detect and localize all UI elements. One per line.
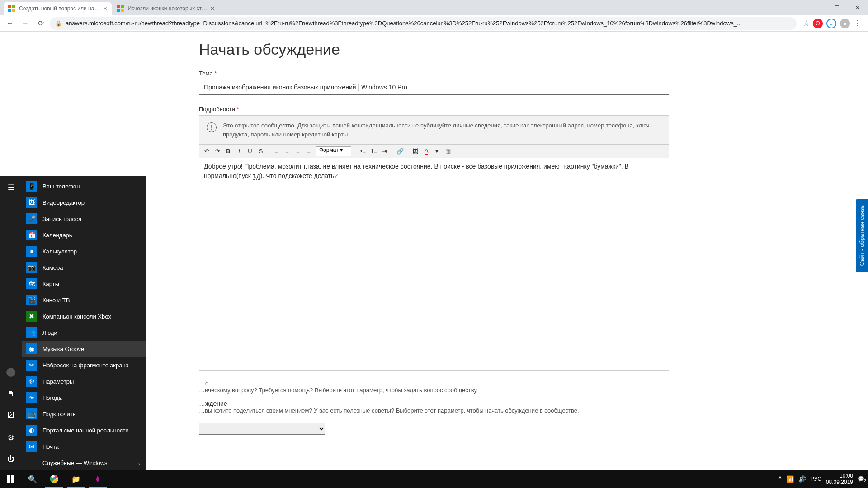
start-app-item[interactable]: 🖩Калькулятор: [22, 243, 146, 259]
tray-network-icon[interactable]: 📶: [786, 475, 794, 483]
image-button[interactable]: 🖼: [410, 146, 421, 157]
start-app-item[interactable]: ✂Набросок на фрагменте экрана: [22, 357, 146, 373]
redo-button[interactable]: ↷: [212, 146, 223, 157]
start-app-item[interactable]: ✖Компаньон консоли Xbox: [22, 308, 146, 324]
spelling-error: т.д: [253, 172, 260, 180]
page-title: Начать обсуждение: [199, 41, 669, 58]
tray-chevron-icon[interactable]: ^: [778, 475, 782, 483]
search-button[interactable]: 🔍: [22, 470, 43, 488]
start-app-item[interactable]: 🎤Запись голоса: [22, 211, 146, 227]
start-expand-button[interactable]: ☰: [0, 176, 22, 198]
svg-rect-2: [7, 479, 10, 483]
app-icon: ✖: [26, 311, 37, 322]
editor-body[interactable]: Доброе утро! Проблема, мозолит глаза, не…: [199, 158, 669, 371]
option-discussion-title: …ждение: [199, 400, 669, 407]
taskbar-explorer[interactable]: 📁: [65, 470, 87, 488]
maximize-button[interactable]: ☐: [826, 0, 847, 15]
app-label: Камера: [42, 264, 63, 271]
close-window-button[interactable]: ✕: [847, 0, 868, 15]
reload-button[interactable]: ⟳: [34, 17, 47, 30]
app-label: Погода: [42, 394, 62, 401]
start-pictures-button[interactable]: 🖼: [0, 405, 22, 427]
justify-button[interactable]: ≡: [303, 146, 314, 157]
start-documents-button[interactable]: 🗎: [0, 383, 22, 405]
tray-notifications[interactable]: 💬2: [858, 476, 864, 482]
bullet-list-button[interactable]: •≡: [358, 146, 368, 157]
align-right-button[interactable]: ≡: [292, 146, 303, 157]
svg-rect-0: [7, 475, 10, 479]
start-app-item[interactable]: 📱Ваш телефон: [22, 178, 146, 194]
align-center-button[interactable]: ≡: [282, 146, 292, 157]
start-user-button[interactable]: [0, 361, 22, 383]
underline-button[interactable]: U: [245, 146, 255, 157]
start-app-item[interactable]: 📺Подключить: [22, 406, 146, 422]
chevron-down-icon: ⌄: [137, 460, 141, 465]
back-button[interactable]: ←: [4, 17, 16, 30]
url-text: answers.microsoft.com/ru-ru/newthread?th…: [66, 20, 742, 27]
start-menu: ☰ 🗎 🖼 ⚙ ⏻ 📱Ваш телефон🖼Видеоредактор🎤Зап…: [0, 176, 146, 470]
start-app-list[interactable]: 📱Ваш телефон🖼Видеоредактор🎤Запись голоса…: [22, 176, 146, 470]
tray-clock[interactable]: 10:00 08.09.2019: [826, 473, 853, 486]
start-app-item[interactable]: ◐Портал смешанной реальности: [22, 422, 146, 438]
forward-button[interactable]: →: [19, 17, 32, 30]
ms-favicon: [117, 5, 124, 12]
app-label: Калькулятор: [42, 248, 77, 255]
app-label: Запись голоса: [42, 216, 81, 222]
start-app-item[interactable]: 🎬Кино и ТВ: [22, 292, 146, 308]
undo-button[interactable]: ↶: [201, 146, 212, 157]
start-app-item[interactable]: 📅Календарь: [22, 227, 146, 243]
start-button[interactable]: [0, 470, 22, 488]
start-app-item[interactable]: 📷Камера: [22, 259, 146, 276]
browser-tab[interactable]: Исчезли иконки некоторых ст… ×: [113, 2, 219, 15]
start-app-item[interactable]: 👥Люди: [22, 324, 146, 341]
app-icon: 📅: [26, 230, 37, 240]
app-icon: 🎬: [26, 295, 37, 305]
strike-button[interactable]: S: [255, 146, 266, 157]
category-select[interactable]: [199, 423, 326, 435]
taskbar-app[interactable]: [87, 470, 108, 488]
address-bar[interactable]: 🔒 answers.microsoft.com/ru-ru/newthread?…: [50, 17, 797, 30]
topic-input[interactable]: [199, 80, 669, 95]
link-button[interactable]: 🔗: [395, 146, 406, 157]
app-icon: ✉: [26, 441, 37, 452]
extension-opera[interactable]: O: [813, 19, 823, 28]
app-label: Параметры: [42, 378, 74, 385]
color-dropdown[interactable]: ▾: [432, 146, 443, 157]
app-label: Карты: [42, 281, 59, 287]
start-app-item[interactable]: ☀Погода: [22, 389, 146, 406]
start-app-item[interactable]: ⚙Параметры: [22, 373, 146, 389]
italic-button[interactable]: I: [234, 146, 245, 157]
extension-icon[interactable]: ⌄: [826, 19, 836, 28]
align-left-button[interactable]: ≡: [271, 146, 282, 157]
star-icon[interactable]: ☆: [803, 19, 809, 28]
taskbar-chrome[interactable]: [43, 470, 65, 488]
start-app-item[interactable]: 🖼Видеоредактор: [22, 194, 146, 211]
start-app-item[interactable]: ◉Музыка Groove: [22, 341, 146, 357]
tray-language[interactable]: РУС: [811, 476, 821, 482]
bold-button[interactable]: B: [223, 146, 234, 157]
indent-button[interactable]: ⇥: [379, 146, 390, 157]
start-power-button[interactable]: ⏻: [0, 448, 22, 470]
text-color-button[interactable]: A: [421, 146, 432, 157]
lock-icon: 🔒: [55, 20, 62, 27]
format-select[interactable]: Формат ▾: [316, 146, 351, 156]
app-label: Подключить: [42, 411, 76, 418]
minimize-button[interactable]: —: [806, 0, 826, 15]
close-icon[interactable]: ×: [211, 5, 214, 12]
start-app-item[interactable]: Служебные — Windows⌄: [22, 455, 146, 470]
new-tab-button[interactable]: +: [220, 3, 232, 15]
menu-icon[interactable]: ⋮: [854, 19, 861, 28]
start-app-item[interactable]: 🗺Карты: [22, 276, 146, 292]
number-list-button[interactable]: 1≡: [368, 146, 379, 157]
feedback-tab[interactable]: Сайт - обратная связь: [856, 199, 868, 272]
profile-avatar[interactable]: ●: [840, 19, 850, 28]
app-label: Портал смешанной реальности: [42, 427, 129, 434]
start-settings-button[interactable]: ⚙: [0, 427, 22, 448]
app-icon: 📺: [26, 408, 37, 419]
privacy-text: Это открытое сообщество. Для защиты ваше…: [223, 121, 661, 139]
close-icon[interactable]: ×: [103, 5, 107, 12]
browser-tab-active[interactable]: Создать новый вопрос или на… ×: [4, 2, 112, 15]
tray-volume-icon[interactable]: 🔊: [798, 475, 806, 483]
table-button[interactable]: ▦: [443, 146, 453, 157]
start-app-item[interactable]: ✉Почта: [22, 438, 146, 455]
